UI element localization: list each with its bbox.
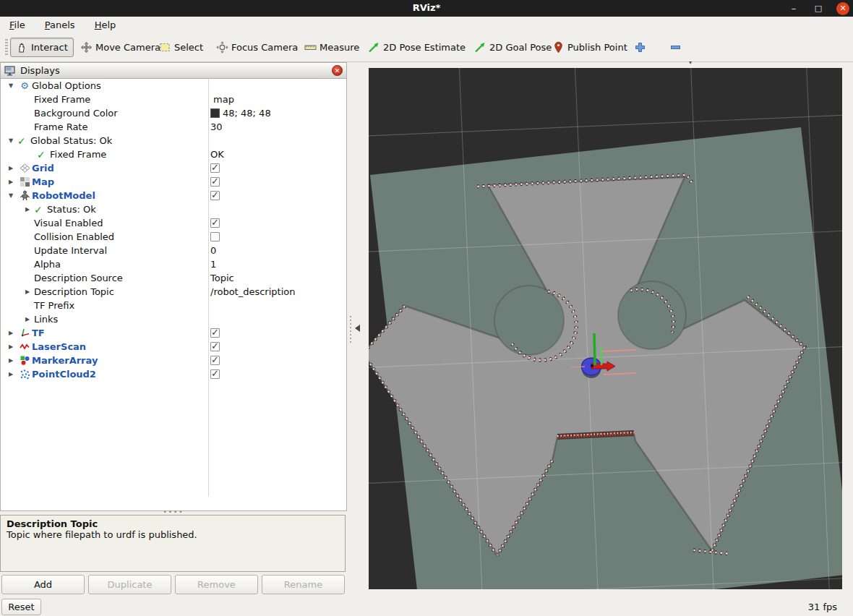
collision-enabled-checkbox[interactable] bbox=[210, 232, 220, 241]
render-scene bbox=[369, 68, 842, 589]
add-button[interactable]: Add bbox=[1, 575, 85, 594]
panel-close-icon[interactable]: ✕ bbox=[332, 65, 343, 76]
gear-icon: ⚙ bbox=[17, 81, 32, 90]
color-swatch[interactable] bbox=[210, 108, 220, 118]
titlebar: RViz* – □ ✕ bbox=[0, 0, 853, 17]
tree-row-map[interactable]: ▶ Map bbox=[1, 175, 346, 189]
expand-arrow-icon[interactable]: ▶ bbox=[4, 330, 17, 336]
tree-row-robot-status[interactable]: ▶ ✓ Status: Ok bbox=[1, 202, 346, 216]
tree-row-pointcloud2[interactable]: ▶ PointCloud2 bbox=[1, 367, 346, 381]
viewport-splitter-grip[interactable] bbox=[350, 316, 351, 343]
duplicate-button[interactable]: Duplicate bbox=[88, 575, 171, 594]
tool-interact[interactable]: Interact bbox=[10, 38, 74, 57]
property-help-box: Description Topic Topic where filepath t… bbox=[0, 515, 346, 572]
collapse-arrow-icon[interactable]: ▼ bbox=[4, 192, 17, 199]
add-tool-button[interactable] bbox=[628, 38, 652, 57]
rename-button[interactable]: Rename bbox=[262, 575, 345, 594]
maximize-icon[interactable]: □ bbox=[812, 2, 825, 15]
tool-label: Select bbox=[174, 42, 203, 53]
tree-row-fixed-frame[interactable]: Fixed Frame map bbox=[1, 93, 346, 106]
tree-row-frame-rate[interactable]: Frame Rate 30 bbox=[1, 120, 346, 134]
tree-row-fixed-frame-status[interactable]: ✓ Fixed Frame OK bbox=[1, 147, 346, 161]
expand-arrow-icon[interactable]: ▶ bbox=[21, 288, 34, 295]
enabled-checkbox[interactable] bbox=[210, 356, 220, 365]
chevron-down-icon[interactable]: ▾ bbox=[689, 59, 692, 66]
expand-arrow-icon[interactable]: ▶ bbox=[4, 165, 17, 171]
displays-panel-header[interactable]: Displays ✕ bbox=[1, 63, 346, 79]
close-icon[interactable]: ✕ bbox=[836, 2, 849, 15]
menu-panels[interactable]: Panels bbox=[45, 20, 75, 30]
tool-label: 2D Goal Pose bbox=[489, 42, 552, 53]
map-pin-icon bbox=[552, 41, 565, 54]
menu-help[interactable]: Help bbox=[95, 20, 116, 30]
marker-array-icon bbox=[17, 355, 32, 366]
tool-label: Move Camera bbox=[95, 42, 160, 53]
tf-axes-icon bbox=[17, 328, 32, 338]
expand-arrow-icon[interactable]: ▶ bbox=[21, 206, 34, 213]
tree-row-visual-enabled[interactable]: Visual Enabled bbox=[1, 216, 346, 230]
monitor-icon bbox=[4, 66, 16, 76]
enabled-checkbox[interactable] bbox=[210, 177, 220, 187]
tree-row-update-interval[interactable]: Update Interval 0 bbox=[1, 244, 346, 257]
tool-move-camera[interactable]: Move Camera bbox=[74, 38, 166, 57]
tree-row-links[interactable]: ▶ Links bbox=[1, 312, 346, 326]
toolbar: Interact Move Camera Select Focus Camera bbox=[0, 33, 853, 62]
tree-row-tf[interactable]: ▶ TF bbox=[1, 326, 346, 340]
tree-row-tf-prefix[interactable]: TF Prefix bbox=[1, 299, 346, 312]
tool-measure[interactable]: Measure bbox=[299, 38, 365, 57]
tree-row-robotmodel[interactable]: ▼ RobotModel bbox=[1, 189, 346, 202]
laser-ray bbox=[571, 367, 585, 367]
tree-row-grid[interactable]: ▶ Grid bbox=[1, 161, 346, 175]
toolbar-grip[interactable] bbox=[5, 39, 8, 56]
expand-arrow-icon[interactable]: ▶ bbox=[4, 343, 17, 350]
panel-collapse-arrow-icon[interactable] bbox=[355, 325, 360, 332]
tree-row-description-topic[interactable]: ▶ Description Topic /robot_description bbox=[1, 285, 346, 299]
enabled-checkbox[interactable] bbox=[210, 163, 220, 173]
map-display-icon bbox=[17, 176, 32, 187]
displays-tree: ▼ ⚙ Global Options Fixed Frame map Backg… bbox=[1, 79, 346, 497]
tree-row-global-status[interactable]: ▼ ✓ Global Status: Ok bbox=[1, 134, 346, 147]
tool-label: 2D Pose Estimate bbox=[383, 42, 466, 53]
3d-viewport[interactable] bbox=[369, 68, 842, 589]
robot-center bbox=[591, 364, 593, 367]
tree-row-description-source[interactable]: Description Source Topic bbox=[1, 271, 346, 285]
help-body: Topic where filepath to urdf is publishe… bbox=[7, 529, 339, 540]
panel-title: Displays bbox=[20, 65, 60, 76]
tool-focus-camera[interactable]: Focus Camera bbox=[210, 38, 304, 57]
expand-arrow-icon[interactable]: ▶ bbox=[4, 357, 17, 364]
collapse-arrow-icon[interactable]: ▼ bbox=[4, 137, 17, 144]
enabled-checkbox[interactable] bbox=[210, 328, 220, 338]
enabled-checkbox[interactable] bbox=[210, 369, 220, 379]
menu-file[interactable]: File bbox=[9, 20, 25, 30]
tree-row-alpha[interactable]: Alpha 1 bbox=[1, 257, 346, 271]
tree-row-collision-enabled[interactable]: Collision Enabled bbox=[1, 230, 346, 244]
status-ok-icon: ✓ bbox=[34, 204, 47, 215]
plus-icon bbox=[634, 41, 646, 54]
green-arrow-icon bbox=[474, 41, 486, 54]
tool-publish-point[interactable]: Publish Point bbox=[546, 38, 633, 57]
collapse-arrow-icon[interactable]: ▼ bbox=[4, 82, 17, 89]
tool-select[interactable]: Select bbox=[153, 38, 209, 57]
expand-arrow-icon[interactable]: ▶ bbox=[4, 179, 17, 185]
enabled-checkbox[interactable] bbox=[210, 191, 220, 200]
move-camera-icon bbox=[80, 41, 93, 54]
tree-row-markerarray[interactable]: ▶ MarkerArray bbox=[1, 354, 346, 367]
focus-camera-icon bbox=[216, 41, 228, 54]
minimize-icon[interactable]: – bbox=[787, 2, 800, 15]
enabled-checkbox[interactable] bbox=[210, 342, 220, 351]
fps-counter: 31 fps bbox=[808, 602, 837, 612]
tree-row-laserscan[interactable]: ▶ LaserScan bbox=[1, 340, 346, 354]
remove-button[interactable]: Remove bbox=[175, 575, 258, 594]
expand-arrow-icon[interactable]: ▶ bbox=[4, 371, 17, 377]
tree-row-background-color[interactable]: Background Color 48; 48; 48 bbox=[1, 106, 346, 120]
tree-row-global-options[interactable]: ▼ ⚙ Global Options bbox=[1, 79, 346, 93]
visual-enabled-checkbox[interactable] bbox=[210, 218, 220, 228]
expand-arrow-icon[interactable]: ▶ bbox=[21, 316, 34, 322]
remove-tool-button[interactable]: ▾ bbox=[664, 38, 687, 57]
displays-panel: Displays ✕ ▼ ⚙ Global Options Fixed Fram… bbox=[0, 62, 347, 511]
reset-button[interactable]: Reset bbox=[1, 599, 41, 615]
menubar: File Panels Help bbox=[0, 17, 853, 33]
robot-model-icon bbox=[17, 190, 32, 201]
tool-2d-goal-pose[interactable]: 2D Goal Pose bbox=[468, 38, 557, 57]
tool-2d-pose-estimate[interactable]: 2D Pose Estimate bbox=[362, 38, 471, 57]
